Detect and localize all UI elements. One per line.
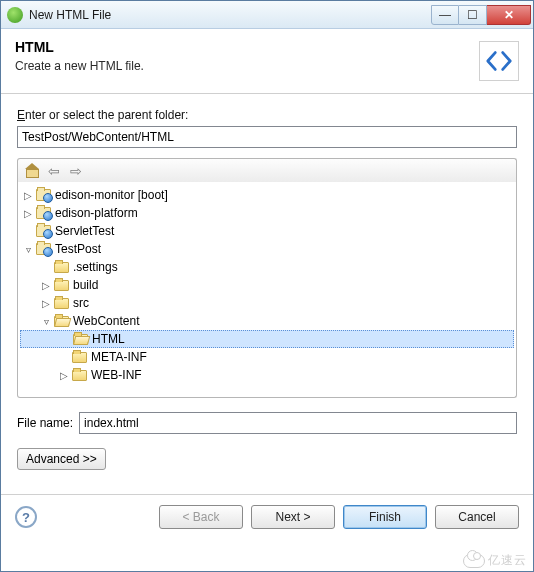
banner-subtitle: Create a new HTML file. — [15, 59, 479, 73]
back-arrow-icon[interactable]: ⇦ — [44, 162, 64, 180]
tree-node[interactable]: ▷edison-monitor [boot] — [20, 186, 514, 204]
tree-node-label: build — [72, 278, 99, 292]
expand-icon[interactable]: ▷ — [22, 190, 34, 201]
expand-icon[interactable]: ▷ — [22, 208, 34, 219]
window-title: New HTML File — [29, 8, 431, 22]
tree-toolbar: ⇦ ⇨ — [17, 158, 517, 182]
dialog-window: New HTML File — ☐ ✕ HTML Create a new HT… — [0, 0, 534, 572]
advanced-button[interactable]: Advanced >> — [17, 448, 106, 470]
tree-node[interactable]: ▷HTML — [20, 330, 514, 348]
tree-node-label: TestPost — [54, 242, 102, 256]
tree-node-label: .settings — [72, 260, 119, 274]
minimize-button[interactable]: — — [431, 5, 459, 25]
tree-node[interactable]: ▷WEB-INF — [20, 366, 514, 384]
tree-node-label: edison-platform — [54, 206, 139, 220]
tree-node[interactable]: ▷.settings — [20, 258, 514, 276]
expand-icon[interactable]: ▷ — [40, 298, 52, 309]
forward-arrow-icon[interactable]: ⇨ — [66, 162, 86, 180]
folder-icon — [53, 259, 69, 275]
back-button: < Back — [159, 505, 243, 529]
folder-tree[interactable]: ▷edison-monitor [boot]▷edison-platform▷S… — [17, 182, 517, 398]
tree-node[interactable]: ▷edison-platform — [20, 204, 514, 222]
folder-icon — [72, 331, 88, 347]
html-file-icon — [479, 41, 519, 81]
parent-folder-input[interactable] — [17, 126, 517, 148]
folder-icon — [53, 277, 69, 293]
file-name-label: File name: — [17, 416, 73, 430]
cancel-button[interactable]: Cancel — [435, 505, 519, 529]
folder-icon — [53, 295, 69, 311]
home-icon[interactable] — [22, 162, 42, 180]
maximize-button[interactable]: ☐ — [459, 5, 487, 25]
project-icon — [35, 223, 51, 239]
tree-node-label: edison-monitor [boot] — [54, 188, 169, 202]
folder-icon — [71, 349, 87, 365]
app-icon — [7, 7, 23, 23]
project-icon — [35, 187, 51, 203]
window-controls: — ☐ ✕ — [431, 5, 531, 25]
expand-icon[interactable]: ▿ — [22, 244, 34, 255]
tree-node[interactable]: ▿WebContent — [20, 312, 514, 330]
finish-button[interactable]: Finish — [343, 505, 427, 529]
title-bar[interactable]: New HTML File — ☐ ✕ — [1, 1, 533, 29]
project-icon — [35, 241, 51, 257]
watermark: 亿速云 — [463, 552, 527, 569]
expand-icon[interactable]: ▷ — [58, 370, 70, 381]
help-icon[interactable]: ? — [15, 506, 37, 528]
tree-node-label: HTML — [91, 332, 126, 346]
project-icon — [35, 205, 51, 221]
tree-node-label: WebContent — [72, 314, 141, 328]
banner-heading: HTML — [15, 39, 479, 55]
folder-icon — [53, 313, 69, 329]
folder-icon — [71, 367, 87, 383]
tree-node[interactable]: ▷ServletTest — [20, 222, 514, 240]
parent-folder-label: Enter or select the parent folder: — [17, 108, 517, 122]
tree-node[interactable]: ▷META-INF — [20, 348, 514, 366]
close-button[interactable]: ✕ — [487, 5, 531, 25]
next-button[interactable]: Next > — [251, 505, 335, 529]
tree-node-label: WEB-INF — [90, 368, 143, 382]
tree-node[interactable]: ▷build — [20, 276, 514, 294]
tree-node-label: META-INF — [90, 350, 148, 364]
tree-node-label: src — [72, 296, 90, 310]
banner: HTML Create a new HTML file. — [1, 29, 533, 94]
tree-node[interactable]: ▷src — [20, 294, 514, 312]
expand-icon[interactable]: ▷ — [40, 280, 52, 291]
tree-node-label: ServletTest — [54, 224, 115, 238]
footer: ? < Back Next > Finish Cancel — [1, 495, 533, 543]
tree-node[interactable]: ▿TestPost — [20, 240, 514, 258]
expand-icon[interactable]: ▿ — [40, 316, 52, 327]
file-name-input[interactable] — [79, 412, 517, 434]
